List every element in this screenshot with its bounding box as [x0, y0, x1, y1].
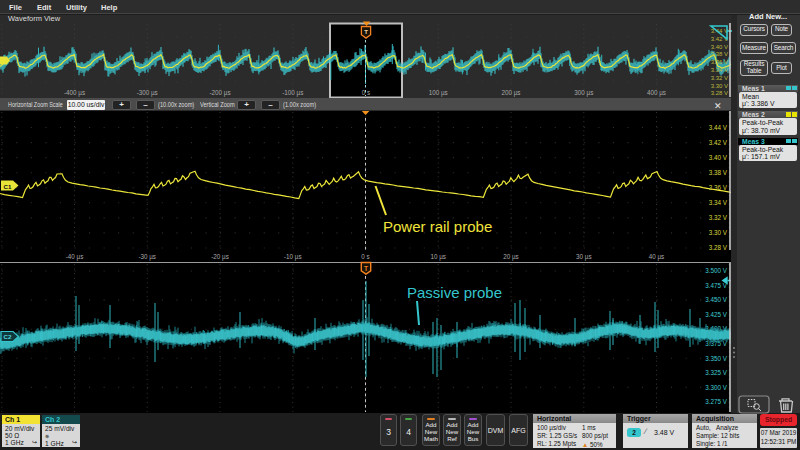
svg-text:100 µs: 100 µs: [429, 89, 448, 97]
svg-text:T: T: [364, 29, 368, 35]
svg-text:3.38 V: 3.38 V: [711, 51, 728, 57]
svg-text:3.42 V: 3.42 V: [709, 139, 728, 146]
svg-text:3.30 V: 3.30 V: [709, 229, 728, 236]
svg-text:400 µs: 400 µs: [647, 89, 666, 97]
svg-text:3.300 V: 3.300 V: [705, 384, 728, 391]
svg-text:3.38 V: 3.38 V: [709, 169, 728, 176]
svg-text:3.44 V: 3.44 V: [709, 124, 728, 131]
svg-text:3.28 V: 3.28 V: [711, 90, 728, 96]
svg-text:3.325 V: 3.325 V: [705, 369, 728, 376]
svg-text:0 s: 0 s: [361, 253, 369, 260]
svg-text:40 µs: 40 µs: [649, 253, 665, 261]
svg-text:Power rail probe: Power rail probe: [383, 218, 492, 235]
svg-text:10 µs: 10 µs: [430, 253, 446, 261]
svg-text:200 µs: 200 µs: [501, 89, 520, 97]
svg-text:-400 µs: -400 µs: [64, 89, 85, 97]
svg-text:-200 µs: -200 µs: [209, 89, 230, 97]
svg-text:C1: C1: [4, 183, 12, 190]
svg-text:3.275 V: 3.275 V: [705, 398, 728, 405]
svg-text:-10 µs: -10 µs: [284, 253, 302, 261]
svg-text:3.475 V: 3.475 V: [705, 282, 728, 289]
svg-text:-40 µs: -40 µs: [66, 253, 84, 261]
svg-text:-30 µs: -30 µs: [138, 253, 156, 261]
svg-text:3.30 V: 3.30 V: [711, 83, 728, 89]
svg-text:20 µs: 20 µs: [503, 253, 519, 261]
svg-text:3.34 V: 3.34 V: [709, 199, 728, 206]
svg-text:3.36 V: 3.36 V: [711, 59, 728, 65]
svg-text:Passive probe: Passive probe: [407, 284, 502, 301]
svg-text:3.500 V: 3.500 V: [705, 267, 728, 274]
svg-text:C2: C2: [4, 333, 12, 340]
svg-text:300 µs: 300 µs: [574, 89, 593, 97]
svg-text:3.40 V: 3.40 V: [711, 44, 728, 50]
svg-text:-100 µs: -100 µs: [282, 89, 303, 97]
svg-text:30 µs: 30 µs: [576, 253, 592, 261]
svg-text:3.32 V: 3.32 V: [709, 214, 728, 221]
svg-text:-300 µs: -300 µs: [137, 89, 158, 97]
svg-text:T: T: [364, 265, 368, 272]
svg-text:3.425 V: 3.425 V: [705, 311, 728, 318]
svg-text:3.34 V: 3.34 V: [711, 67, 728, 73]
svg-text:3.40 V: 3.40 V: [709, 154, 728, 161]
svg-text:3.32 V: 3.32 V: [711, 75, 728, 81]
svg-text:3.450 V: 3.450 V: [705, 296, 728, 303]
svg-text:3.350 V: 3.350 V: [705, 355, 728, 362]
svg-text:-20 µs: -20 µs: [211, 253, 229, 261]
